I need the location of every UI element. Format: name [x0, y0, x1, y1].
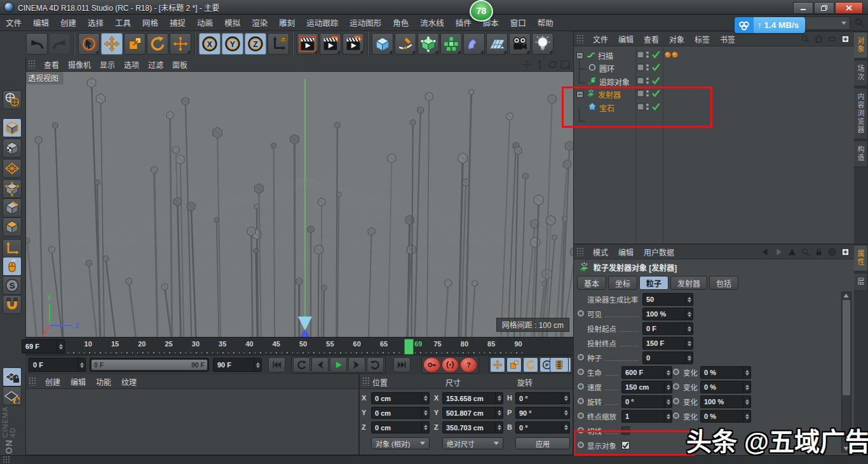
animation-dot-icon[interactable]: [673, 398, 679, 404]
menu-item-14[interactable]: 角色: [387, 15, 414, 31]
menu-item-1[interactable]: 创建: [40, 375, 65, 388]
value-field[interactable]: 150 F: [642, 337, 693, 350]
coord-field-旋转-H[interactable]: 0 °: [515, 392, 570, 404]
menu-item-1[interactable]: 文件: [0, 15, 27, 31]
menu-item-19[interactable]: 帮助: [532, 15, 559, 31]
stepper-icon[interactable]: [664, 367, 672, 378]
side-tab-4[interactable]: 构造: [854, 140, 868, 167]
animation-dot-icon[interactable]: [578, 310, 584, 317]
points-mode-button[interactable]: [3, 179, 22, 198]
add-primitive-button[interactable]: [372, 33, 393, 55]
snap-settings-button[interactable]: S: [3, 276, 22, 295]
prev-key-button[interactable]: [293, 357, 310, 372]
object-label[interactable]: 圆环: [599, 63, 614, 74]
stepper-icon[interactable]: [562, 422, 569, 433]
stepper-icon[interactable]: [743, 367, 750, 378]
close-button[interactable]: [835, 2, 863, 14]
stepper-icon[interactable]: [664, 396, 672, 407]
play-button[interactable]: [330, 357, 347, 372]
menu-item-6[interactable]: 书签: [715, 32, 740, 46]
stepper-icon[interactable]: [664, 381, 672, 393]
stepper-icon[interactable]: [421, 393, 429, 404]
coord-field-位置-Z[interactable]: 0 cm: [371, 421, 430, 433]
scrollbar-thumb[interactable]: [843, 300, 850, 395]
keying-position-toggle[interactable]: [490, 357, 505, 372]
visibility-toggles[interactable]: [637, 50, 662, 62]
stepper-icon[interactable]: [685, 294, 693, 305]
menu-item-1[interactable]: 查看: [39, 58, 64, 71]
minimize-button[interactable]: [793, 2, 813, 14]
coordinate-system-button[interactable]: [268, 33, 289, 55]
menu-item-10[interactable]: 渲染: [246, 15, 273, 31]
variation-field[interactable]: 0 %: [700, 366, 751, 379]
stepper-icon[interactable]: [562, 407, 569, 418]
value-field[interactable]: 0 °: [621, 395, 672, 408]
maximize-button[interactable]: [814, 2, 834, 14]
value-field[interactable]: 150 cm: [621, 381, 672, 393]
stepper-icon[interactable]: [495, 393, 503, 404]
pan-icon[interactable]: [522, 59, 532, 70]
stepper-icon[interactable]: [421, 407, 429, 418]
menu-item-3[interactable]: 查看: [639, 32, 664, 46]
stepper-icon[interactable]: [743, 411, 750, 422]
undo-button[interactable]: [26, 33, 48, 55]
enable-snap-button[interactable]: [3, 295, 22, 314]
record-key-button[interactable]: [423, 357, 440, 372]
stepper-icon[interactable]: [78, 358, 85, 371]
object-row-1[interactable]: 扫描: [574, 48, 854, 61]
object-row-3[interactable]: 追踪对象: [574, 74, 854, 87]
live-selection-button[interactable]: [78, 33, 100, 55]
animation-dot-icon[interactable]: [578, 398, 584, 404]
menu-item-6[interactable]: 网格: [137, 15, 164, 31]
model-mode-button[interactable]: [3, 118, 22, 137]
animation-dot-icon[interactable]: [578, 442, 584, 448]
workplane-mode-button[interactable]: [3, 159, 22, 178]
add-panel-icon[interactable]: [841, 34, 850, 44]
render-settings-button[interactable]: [342, 33, 364, 55]
value-field[interactable]: 100 %: [642, 308, 693, 320]
coord-field-尺寸-X[interactable]: 153.658 cm: [442, 392, 503, 404]
animation-dot-icon[interactable]: [578, 354, 584, 360]
add-light-button[interactable]: [532, 33, 553, 55]
menu-item-4[interactable]: 选择: [82, 15, 109, 31]
redo-button[interactable]: [49, 33, 71, 55]
menu-item-15[interactable]: 流水线: [414, 15, 450, 31]
add-camera-button[interactable]: [509, 33, 531, 55]
enable-axis-mode-button[interactable]: [3, 239, 22, 258]
coord-field-位置-Y[interactable]: 0 cm: [371, 407, 430, 419]
checkbox-unchecked[interactable]: [621, 426, 630, 435]
coord-field-旋转-P[interactable]: 90 °: [515, 407, 570, 419]
animation-dot-icon[interactable]: [673, 369, 679, 375]
coord-dropdown[interactable]: 绝对尺寸: [442, 437, 503, 449]
stepper-icon[interactable]: [743, 396, 750, 407]
stepper-icon[interactable]: [495, 422, 503, 433]
coord-field-尺寸-Y[interactable]: 501.807 cm: [442, 407, 503, 419]
visibility-toggles[interactable]: [637, 62, 662, 75]
texture-mode-button[interactable]: [3, 139, 22, 158]
stepper-icon[interactable]: [685, 323, 693, 334]
animation-dot-icon[interactable]: [578, 369, 584, 375]
animation-dot-icon[interactable]: [578, 427, 584, 433]
home-icon[interactable]: [814, 34, 824, 44]
render-to-picture-viewer-button[interactable]: [320, 33, 341, 55]
checkbox-checked[interactable]: [621, 441, 630, 449]
autokey-button[interactable]: ?: [460, 357, 477, 372]
visibility-toggles[interactable]: [637, 88, 662, 101]
timeline-range-slider[interactable]: 0 F90 F: [90, 358, 209, 372]
panel-grip[interactable]: [29, 377, 36, 386]
menu-item-5[interactable]: 工具: [109, 15, 137, 31]
value-field[interactable]: 1: [621, 410, 672, 423]
material-tags[interactable]: [664, 50, 681, 62]
variation-field[interactable]: 0 %: [700, 410, 751, 423]
object-label[interactable]: 扫描: [598, 50, 613, 61]
animation-dot-icon[interactable]: [673, 383, 679, 390]
object-row-4[interactable]: 发射器: [574, 87, 854, 100]
stepper-icon[interactable]: [495, 407, 503, 418]
value-field[interactable]: 600 F: [621, 366, 672, 379]
menu-item-7[interactable]: 捕捉: [164, 15, 191, 31]
menu-item-9[interactable]: 模拟: [219, 15, 246, 31]
coord-dropdown[interactable]: 对象 (相对): [371, 437, 430, 449]
value-field[interactable]: 0: [642, 351, 693, 364]
stepper-icon[interactable]: [685, 352, 693, 364]
add-generator-button[interactable]: [417, 33, 439, 55]
